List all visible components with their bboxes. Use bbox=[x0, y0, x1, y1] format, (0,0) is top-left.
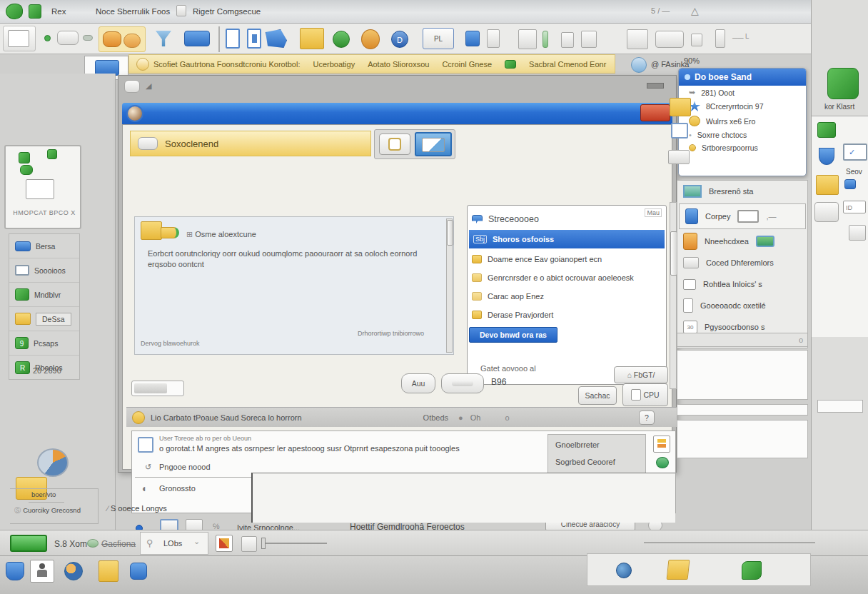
tray-globe-icon[interactable] bbox=[616, 563, 632, 578]
person-icon[interactable] bbox=[361, 29, 380, 49]
blue-page-icon[interactable] bbox=[465, 31, 480, 46]
clip-icon[interactable] bbox=[83, 35, 93, 41]
steps-action-button[interactable]: Devo bnwd ora ras bbox=[469, 327, 557, 343]
sidebar-item-pcsaps[interactable]: 9 Pcsaps bbox=[9, 331, 79, 356]
warning-triangle-icon[interactable]: △ bbox=[691, 5, 699, 16]
cpu-button[interactable]: CPU bbox=[622, 383, 668, 406]
crumb-3[interactable]: Ccroinl Gnese bbox=[442, 60, 492, 69]
tray-person-doc-icon[interactable] bbox=[30, 560, 54, 583]
lobs-control[interactable]: ⚲ LObs ⌄ bbox=[140, 532, 208, 555]
mini-grid-icon[interactable] bbox=[691, 34, 702, 46]
step-item-4[interactable]: Derase Pravjordert bbox=[468, 306, 666, 324]
menu-item-rex[interactable]: Rex bbox=[47, 6, 70, 17]
sidebar-item-bersa[interactable]: Bersa bbox=[9, 234, 79, 258]
tray-shield-icon[interactable] bbox=[6, 562, 24, 580]
right-panel-scrollbar[interactable]: o bbox=[677, 333, 808, 347]
window-tool-icon[interactable] bbox=[124, 80, 140, 93]
step-item-2[interactable]: Genrcnrsder e o abict ocrouvar aoeleoesk bbox=[468, 268, 666, 287]
drawer-icon[interactable] bbox=[655, 31, 684, 48]
minimize-icon[interactable] bbox=[647, 83, 664, 89]
status-help-button[interactable]: ? bbox=[639, 411, 655, 425]
highlighted-tool-group[interactable] bbox=[99, 26, 146, 52]
tray-blue-square-icon[interactable] bbox=[130, 563, 147, 580]
crumb-0[interactable]: Scofiet Gautrtona Foonsdtcroniu Korotbol… bbox=[153, 60, 300, 69]
speech-bubble-icon[interactable]: ✓ bbox=[843, 144, 867, 161]
panel-left-icon[interactable] bbox=[226, 29, 240, 49]
monitor-icon[interactable] bbox=[184, 31, 210, 46]
right-item-coced[interactable]: Coced Dhferemlors bbox=[677, 252, 807, 273]
document-tool-button[interactable] bbox=[3, 26, 36, 51]
menu-item-rigetr[interactable]: Rigetr Comgsecue bbox=[188, 6, 265, 17]
zoom-value[interactable]: 90% bbox=[684, 56, 700, 65]
right-item-gooeoaodc[interactable]: Gooeoaodc oxetilé bbox=[677, 295, 807, 316]
color-grid-icon[interactable] bbox=[216, 535, 233, 552]
sidebar-item-dessa[interactable]: DeSsa bbox=[9, 307, 79, 331]
flag-icon[interactable] bbox=[266, 29, 287, 48]
pl-button[interactable]: PL bbox=[423, 28, 454, 49]
details-line3[interactable]: Gronossto bbox=[159, 484, 196, 493]
green-dot-icon[interactable] bbox=[44, 35, 51, 41]
dropdown-item-1[interactable]: ➥ 281) Ooot bbox=[679, 86, 806, 99]
go-button[interactable] bbox=[10, 535, 47, 552]
dropdown-header[interactable]: Do boee Sand bbox=[679, 69, 806, 86]
small-doc2-icon[interactable] bbox=[581, 31, 597, 48]
tray-leaf-icon[interactable] bbox=[742, 561, 762, 580]
right-item-bresren[interactable]: Bresrenô sta bbox=[677, 181, 807, 202]
secondary-button[interactable]: Sachac bbox=[578, 386, 617, 405]
right-item-corpey[interactable]: Corpey ,— bbox=[679, 203, 806, 229]
right-item-rohtlea[interactable]: Rohtlea Inloics' s bbox=[677, 273, 807, 295]
window-tool2-icon[interactable]: ◢ bbox=[146, 81, 151, 91]
sidebar-item-soooioos[interactable]: Soooioos bbox=[9, 258, 79, 283]
crumb-1[interactable]: Ucerboatigy bbox=[313, 60, 355, 69]
id-field[interactable]: ID bbox=[843, 201, 866, 213]
grid-icon[interactable] bbox=[487, 29, 500, 48]
magnifier-view-button[interactable] bbox=[379, 134, 410, 155]
tray-ball-icon[interactable] bbox=[64, 562, 83, 580]
menu-item-node[interactable]: Noce Sberrulik Foos bbox=[91, 6, 174, 17]
strip-green-icon[interactable] bbox=[817, 122, 836, 138]
status-right-label[interactable]: Otbeds bbox=[423, 413, 448, 422]
strip-list-icon[interactable] bbox=[849, 225, 866, 241]
sidebar-item-mndblvr[interactable]: Mndblvr bbox=[9, 283, 79, 307]
strip-yellow-icon[interactable] bbox=[816, 175, 839, 195]
strip-folder-icon[interactable] bbox=[814, 202, 839, 222]
back-button[interactable]: Auu bbox=[401, 373, 435, 393]
dropdown-item-2[interactable]: 8Crceryrrtocin 97 bbox=[679, 99, 806, 114]
zoom-slider-track[interactable] bbox=[263, 543, 327, 544]
b96-label[interactable]: B96 bbox=[491, 377, 506, 387]
crumb-2[interactable]: Aotato Slioroxsou bbox=[368, 60, 429, 69]
green-bar-icon[interactable] bbox=[542, 31, 548, 48]
dropdown-item-5[interactable]: Srtboresrpoorrus bbox=[679, 141, 806, 154]
small-doc-icon[interactable] bbox=[561, 32, 574, 48]
project-preview[interactable]: HMOPCAT BPCO X bbox=[4, 145, 81, 229]
right-item-nneeh[interactable]: Nneehcdxea bbox=[677, 231, 807, 252]
filter-funnel-icon[interactable] bbox=[156, 31, 171, 46]
next-button[interactable] bbox=[441, 373, 484, 393]
crumb-4[interactable]: Sacbral Cmenod Eonr bbox=[529, 60, 606, 69]
dropdown-item-4[interactable]: • Soxrre chctocs bbox=[679, 129, 806, 141]
step-item-1[interactable]: Doame ence Eav goianopert ecn bbox=[468, 250, 666, 268]
side-folder-icon[interactable] bbox=[653, 436, 670, 453]
list-lines-icon[interactable] bbox=[518, 29, 537, 49]
content-scroll-thumb[interactable] bbox=[447, 220, 453, 246]
tray-folder-icon[interactable] bbox=[99, 560, 118, 582]
report-lines-icon[interactable] bbox=[627, 29, 648, 49]
printer-icon[interactable] bbox=[57, 31, 79, 45]
bottom-list-icon[interactable] bbox=[241, 536, 257, 552]
zoom-slider-handle[interactable] bbox=[261, 538, 266, 549]
close-button[interactable] bbox=[640, 104, 670, 121]
content-scrollbar[interactable] bbox=[446, 218, 453, 353]
blue-disc-icon[interactable]: D bbox=[391, 31, 408, 48]
panel-doc-icon[interactable] bbox=[247, 29, 261, 49]
green-ball-icon[interactable] bbox=[333, 31, 350, 48]
step-item-3[interactable]: Carac aop Enez bbox=[468, 287, 666, 306]
help-button[interactable]: ⌂ FbGT/ bbox=[614, 366, 668, 383]
shield-icon[interactable] bbox=[819, 148, 834, 165]
dropdown-item-3[interactable]: Wulrrs xe6 Ero bbox=[679, 114, 806, 129]
details-line2[interactable]: Pngooe noood bbox=[159, 463, 211, 471]
dialog-title-bar[interactable] bbox=[122, 103, 672, 124]
app-tile-icon[interactable] bbox=[827, 68, 859, 99]
stacked-icon[interactable] bbox=[715, 29, 725, 48]
folder-tool-icon[interactable] bbox=[300, 28, 324, 49]
dialog-scrollbar[interactable] bbox=[670, 202, 677, 389]
